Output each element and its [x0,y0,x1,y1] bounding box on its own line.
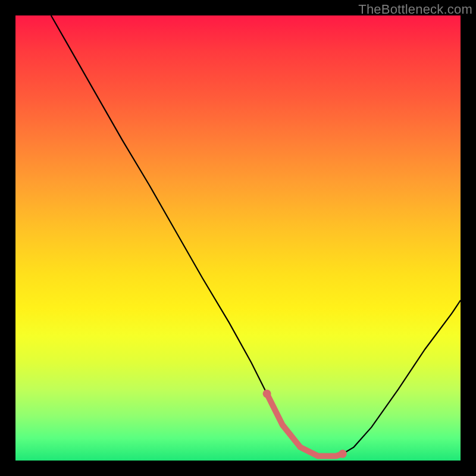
highlight-end-marker [339,450,347,458]
watermark-text: TheBottleneck.com [358,2,472,17]
chart-container: TheBottleneck.com [0,0,476,476]
highlight-start-marker [263,390,271,398]
curve-layer [15,15,461,461]
highlight-segment [267,394,343,456]
plot-area [15,15,461,461]
bottleneck-curve [51,15,461,456]
